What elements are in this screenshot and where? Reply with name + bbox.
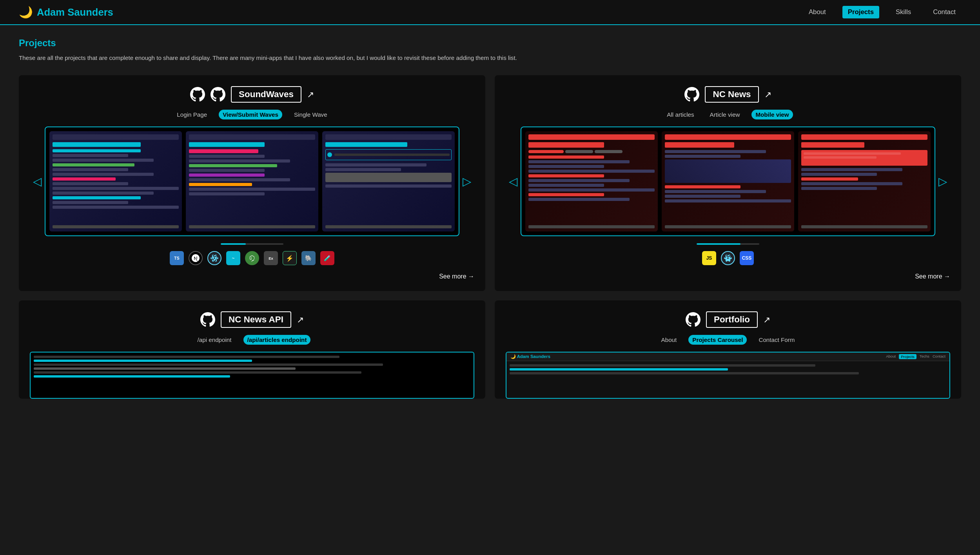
portfolio-title-box: Portfolio [706,311,758,328]
soundwaves-tabs: Login Page View/Submit Waves Single Wave [30,110,474,119]
soundwaves-carousel: ◁ [30,127,474,236]
carousel-prev-soundwaves[interactable]: ◁ [30,172,45,191]
tab-portfolio-about[interactable]: About [657,335,681,345]
ncnews-api-tabs: /api endpoint /api/articles endpoint [30,335,474,345]
portfolio-title: Portfolio [714,315,750,324]
nc-screenshot-2 [662,131,794,231]
tech-nextjs [189,251,203,265]
site-logo[interactable]: 🌙 Adam Saunders [19,5,113,19]
ncnews-progress-track [697,243,759,245]
nav-projects[interactable]: Projects [842,6,879,18]
ncnews-api-external-link[interactable]: ↗ [297,315,304,325]
ncnews-screenshots [521,127,935,236]
ncnews-external-link[interactable]: ↗ [764,89,771,100]
moon-icon: 🌙 [19,5,33,19]
soundwaves-tech-icons: TS ~ Ex ⚡ 🐘 🧪 [30,251,474,265]
soundwaves-title-box: SoundWaves [231,86,301,103]
ncnews-see-more-row: See more → [506,273,950,280]
github-icon-ncnews-api[interactable] [200,312,215,327]
portfolio-tabs: About Projects Carousel Contact Form [506,335,950,345]
tab-login[interactable]: Login Page [173,110,211,119]
carousel-next-soundwaves[interactable]: ▷ [459,172,474,191]
nav-skills[interactable]: Skills [890,6,916,18]
nav-contact[interactable]: Contact [927,6,961,18]
ncnews-carousel: ◁ [506,127,950,236]
tech-css-ncnews: CSS [740,251,754,265]
card-header-ncnews: NC News ↗ [506,86,950,103]
tech-express: Ex [264,251,278,265]
card-header-portfolio: Portfolio ↗ [506,311,950,328]
tab-api-articles-endpoint[interactable]: /api/articles endpoint [243,335,311,345]
ncnews-title-box: NC News [705,86,759,103]
tab-article-view[interactable]: Article view [706,110,744,119]
project-card-ncnews-api: NC News API ↗ /api endpoint /api/article… [19,300,485,399]
github-icon-ncnews[interactable] [684,87,699,102]
soundwaves-see-more-row: See more → [30,273,474,280]
tech-react [207,251,221,265]
tab-api-endpoint[interactable]: /api endpoint [194,335,236,345]
soundwaves-title: SoundWaves [239,89,294,99]
tech-react-ncnews [721,251,735,265]
ncnews-see-more[interactable]: See more → [915,273,950,280]
tech-tailwind: ~ [226,251,240,265]
screenshot-1 [49,131,182,231]
soundwaves-screenshots [45,127,459,236]
tab-contact-form[interactable]: Contact Form [755,335,799,345]
screenshot-2 [186,131,318,231]
tech-supabase: ⚡ [283,251,297,265]
tech-jest: 🧪 [320,251,334,265]
nc-screenshot-1 [525,131,658,231]
nav-links: About Projects Skills Contact [803,6,961,18]
ncnews-tabs: All articles Article view Mobile view [506,110,950,119]
tech-typescript: TS [170,251,184,265]
ncnews-tech-icons: JS CSS [506,251,950,265]
progress-track [221,243,283,245]
soundwaves-external-link[interactable]: ↗ [307,89,314,100]
carousel-prev-ncnews[interactable]: ◁ [506,172,521,191]
portfolio-external-link[interactable]: ↗ [763,315,770,325]
tab-all-articles[interactable]: All articles [663,110,698,119]
section-title: Projects [19,38,961,49]
ncnews-api-title: NC News API [229,315,283,324]
ncnews-title: NC News [713,89,751,99]
project-card-portfolio: Portfolio ↗ About Projects Carousel Cont… [495,300,961,399]
nav-about[interactable]: About [803,6,831,18]
navbar: 🌙 Adam Saunders About Projects Skills Co… [0,0,980,25]
bottom-cards: NC News API ↗ /api endpoint /api/article… [19,300,961,399]
ncnews-progress [506,243,950,245]
tech-postgres: 🐘 [301,251,316,265]
tab-view-submit[interactable]: View/Submit Waves [219,110,282,119]
soundwaves-progress [30,243,474,245]
main-content: Projects These are all the projects that… [0,25,980,411]
projects-grid: SoundWaves ↗ Login Page View/Submit Wave… [19,75,961,291]
tab-projects-carousel[interactable]: Projects Carousel [688,335,747,345]
tech-nodejs [245,251,259,265]
project-card-ncnews: NC News ↗ All articles Article view Mobi… [495,75,961,291]
github-icon-portfolio[interactable] [686,312,701,327]
tech-js-ncnews: JS [702,251,716,265]
soundwaves-see-more[interactable]: See more → [439,273,474,280]
carousel-next-ncnews[interactable]: ▷ [935,172,950,191]
section-description: These are all the projects that are comp… [19,53,568,63]
github-icon-1[interactable] [190,87,205,102]
tab-mobile-view[interactable]: Mobile view [751,110,793,119]
card-header-ncnews-api: NC News API ↗ [30,311,474,328]
ncnews-progress-fill [697,243,740,245]
card-header-soundwaves: SoundWaves ↗ [30,86,474,103]
nc-screenshot-3 [798,131,931,231]
ncnews-api-title-box: NC News API [221,311,291,328]
tab-single-wave[interactable]: Single Wave [290,110,331,119]
project-card-soundwaves: SoundWaves ↗ Login Page View/Submit Wave… [19,75,485,291]
github-icon-2[interactable] [211,87,225,102]
progress-fill [221,243,246,245]
screenshot-3 [322,131,455,231]
site-name: Adam Saunders [37,7,113,18]
